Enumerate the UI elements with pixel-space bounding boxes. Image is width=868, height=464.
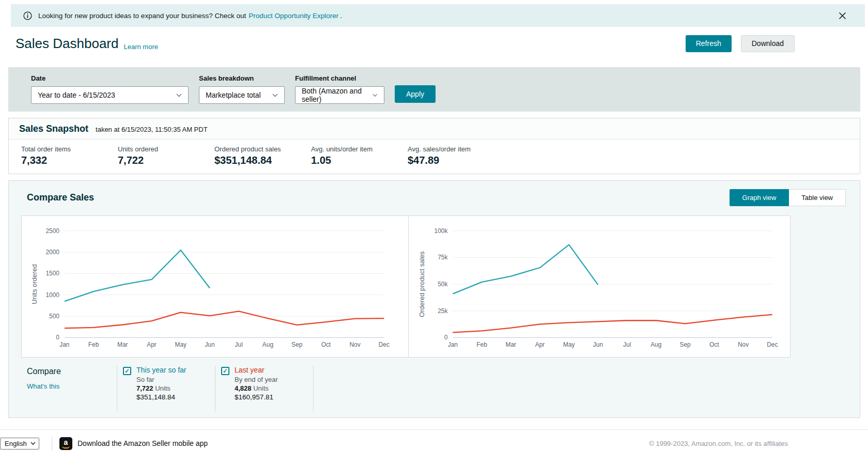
svg-text:Mar: Mar: [117, 341, 128, 348]
metric-value: 7,722: [118, 154, 214, 166]
date-select-value: Year to date - 6/15/2023: [38, 91, 115, 99]
fulfillment-channel-select[interactable]: Both (Amazon and seller): [295, 86, 384, 104]
refresh-button[interactable]: Refresh: [686, 35, 732, 52]
chevron-down-icon: [373, 94, 378, 97]
legend-item-this-year: ✓ This year so far So far 7,722 Units $3…: [117, 366, 215, 411]
metric-label: Units ordered: [118, 145, 214, 153]
svg-text:Dec: Dec: [379, 341, 390, 348]
svg-text:50k: 50k: [438, 281, 447, 288]
close-icon[interactable]: [839, 12, 853, 20]
svg-text:25k: 25k: [438, 307, 447, 315]
svg-text:Jan: Jan: [59, 341, 69, 348]
svg-text:Apr: Apr: [147, 341, 157, 348]
svg-text:2500: 2500: [45, 227, 59, 235]
svg-text:2000: 2000: [45, 249, 59, 256]
snapshot-metrics: Total order items 7,332 Units ordered 7,…: [9, 140, 860, 174]
series-name: This year so far: [136, 366, 186, 375]
metric-avg-units-order-item: Avg. units/order item 1.05: [311, 145, 408, 166]
date-select[interactable]: Year to date - 6/15/2023: [31, 86, 189, 104]
svg-text:500: 500: [49, 313, 59, 320]
metric-units-ordered: Units ordered 7,722: [118, 145, 214, 166]
amazon-smile-icon: [62, 446, 70, 448]
units-suffix: Units: [155, 384, 171, 392]
breakdown-filter-group: Sales breakdown Marketplace total: [199, 74, 285, 112]
series-sales: $351,148.84: [136, 393, 186, 401]
metric-value: $351,148.84: [214, 154, 311, 166]
banner-text: Looking for new product ideas to expand …: [38, 12, 246, 20]
series-period: By end of year: [235, 375, 278, 384]
svg-text:0: 0: [56, 334, 59, 341]
svg-text:Jun: Jun: [593, 341, 602, 348]
this-year-checkbox[interactable]: ✓: [123, 367, 131, 375]
chevron-down-icon: [30, 442, 36, 445]
metric-label: Avg. units/order item: [311, 145, 408, 153]
compare-sales-panel: Compare Sales Graph view Table view 0500…: [8, 180, 860, 418]
filter-bar: Date Year to date - 6/15/2023 Sales brea…: [8, 67, 860, 112]
svg-text:Jul: Jul: [235, 341, 243, 348]
svg-text:Apr: Apr: [535, 341, 545, 348]
footer-row: English a Download the Amazon Seller mob…: [0, 430, 868, 450]
date-filter-group: Date Year to date - 6/15/2023: [31, 74, 189, 112]
info-banner: Looking for new product ideas to expand …: [11, 4, 865, 27]
copyright-text: © 1999-2023, Amazon.com, Inc. or its aff…: [649, 440, 788, 447]
metric-label: Ordered product sales: [214, 145, 311, 153]
series-period: So far: [136, 375, 186, 384]
units-ordered-chart: 05001000150020002500JanFebMarAprMayJunJu…: [22, 216, 408, 357]
language-value: English: [5, 440, 27, 447]
series-name: Last year: [235, 366, 278, 375]
download-app-link[interactable]: Download the Amazon Seller mobile app: [78, 439, 208, 447]
metric-value: 7,332: [21, 154, 118, 166]
svg-text:Mar: Mar: [505, 341, 516, 348]
legend-item-text: This year so far So far 7,722 Units $351…: [136, 366, 186, 411]
legend-item-last-year: ✓ Last year By end of year 4,828 Units $…: [215, 366, 313, 411]
apply-button[interactable]: Apply: [395, 85, 436, 103]
svg-text:Nov: Nov: [737, 341, 748, 348]
graph-view-button[interactable]: Graph view: [730, 189, 789, 206]
whats-this-link[interactable]: What's this: [27, 382, 117, 390]
svg-text:Jul: Jul: [623, 341, 631, 348]
svg-text:Feb: Feb: [476, 341, 487, 348]
sales-snapshot-panel: Sales Snapshot taken at 6/15/2023, 11:50…: [8, 118, 860, 174]
svg-text:Sep: Sep: [679, 341, 691, 348]
svg-text:75k: 75k: [438, 254, 447, 261]
learn-more-link[interactable]: Learn more: [123, 43, 158, 54]
view-toggle: Graph view Table view: [730, 189, 846, 206]
product-opportunity-explorer-link[interactable]: Product Opportunity Explorer: [249, 12, 338, 20]
svg-text:1500: 1500: [45, 270, 59, 277]
svg-text:Aug: Aug: [262, 341, 273, 348]
metric-label: Total order items: [21, 145, 118, 153]
charts-row: 05001000150020002500JanFebMarAprMayJunJu…: [21, 215, 791, 358]
series-units: 4,828 Units: [235, 384, 278, 393]
breakdown-select-value: Marketplace total: [206, 91, 261, 99]
channel-filter-label: Fulfillment channel: [295, 74, 384, 82]
metric-value: 1.05: [311, 154, 408, 166]
compare-legend-heading-block: Compare What's this: [27, 366, 117, 411]
compare-heading: Compare: [27, 367, 117, 376]
download-button[interactable]: Download: [741, 35, 795, 52]
metric-label: Avg. sales/order item: [408, 145, 504, 153]
svg-text:Ordered product sales: Ordered product sales: [417, 251, 425, 317]
svg-text:Units ordered: Units ordered: [30, 264, 38, 304]
banner-period: .: [340, 12, 342, 20]
svg-text:Oct: Oct: [321, 341, 331, 348]
svg-text:Aug: Aug: [650, 341, 661, 348]
divider: [52, 437, 52, 450]
table-view-button[interactable]: Table view: [789, 189, 846, 206]
apply-group: Apply: [395, 74, 436, 112]
sales-breakdown-select[interactable]: Marketplace total: [199, 86, 285, 104]
page-title: Sales Dashboard: [16, 36, 118, 52]
svg-text:Jun: Jun: [205, 341, 214, 348]
compare-sales-title: Compare Sales: [27, 192, 94, 203]
svg-text:100k: 100k: [434, 227, 447, 235]
language-select[interactable]: English: [0, 438, 39, 450]
svg-text:Nov: Nov: [350, 341, 361, 348]
channel-filter-group: Fulfillment channel Both (Amazon and sel…: [295, 74, 384, 112]
svg-text:May: May: [563, 341, 575, 348]
page-header: Sales Dashboard Learn more Refresh Downl…: [16, 33, 795, 54]
units-value: 7,722: [136, 384, 153, 392]
metric-avg-sales-order-item: Avg. sales/order item $47.89: [408, 145, 504, 166]
series-sales: $160,957.81: [235, 393, 278, 401]
last-year-checkbox[interactable]: ✓: [221, 367, 229, 375]
snapshot-timestamp: taken at 6/15/2023, 11:50:35 AM PDT: [96, 126, 208, 133]
svg-text:Dec: Dec: [767, 341, 778, 348]
